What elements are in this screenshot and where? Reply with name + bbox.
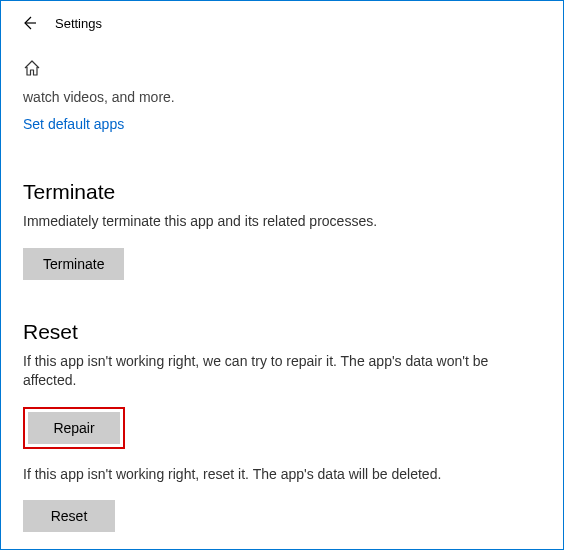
set-default-apps-link[interactable]: Set default apps <box>23 116 124 132</box>
reset-description: If this app isn't working right, reset i… <box>23 465 541 485</box>
content-area: watch videos, and more. Set default apps… <box>1 59 563 532</box>
terminate-button[interactable]: Terminate <box>23 248 124 280</box>
home-icon[interactable] <box>23 59 541 81</box>
repair-highlight: Repair <box>23 407 125 449</box>
repair-description: If this app isn't working right, we can … <box>23 352 541 391</box>
window-title: Settings <box>55 16 102 31</box>
back-arrow-icon[interactable] <box>21 15 37 31</box>
repair-button[interactable]: Repair <box>28 412 120 444</box>
truncated-description: watch videos, and more. <box>23 89 541 105</box>
reset-heading: Reset <box>23 320 541 344</box>
terminate-description: Immediately terminate this app and its r… <box>23 212 541 232</box>
header-bar: Settings <box>1 1 563 41</box>
terminate-heading: Terminate <box>23 180 541 204</box>
reset-button[interactable]: Reset <box>23 500 115 532</box>
